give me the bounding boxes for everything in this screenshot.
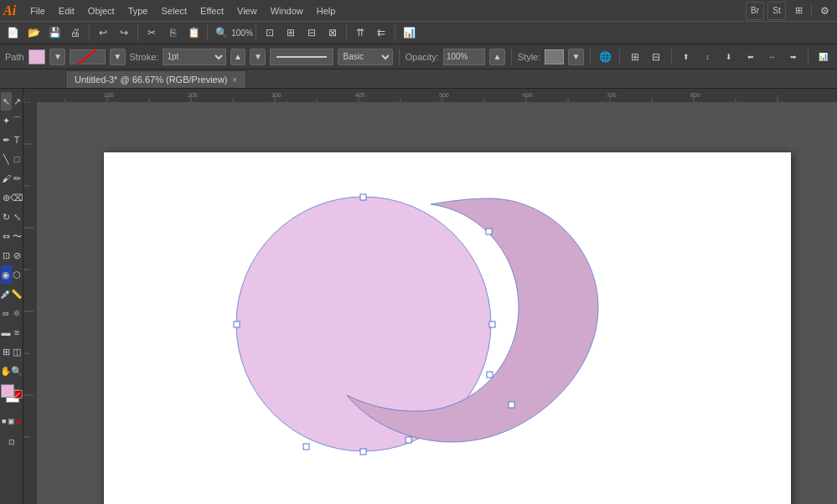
bar-graph-tool[interactable]: ≡ (12, 323, 23, 342)
handle-bottom[interactable] (360, 449, 366, 455)
graph-type-icon[interactable]: 📊 (814, 48, 832, 66)
direct-selection-tool[interactable]: ↗ (12, 92, 23, 111)
open-doc-icon[interactable]: 📂 (24, 23, 43, 42)
align-vcenter-icon[interactable]: ↕ (699, 48, 716, 66)
measure-tool[interactable]: 📏 (12, 285, 23, 303)
arrange-icon-3[interactable]: ⊟ (302, 23, 321, 42)
artboard-icon-1[interactable]: ⊞ (626, 48, 643, 66)
artboard-icon-2[interactable]: ⊟ (648, 48, 665, 66)
type-tool[interactable]: T (12, 131, 23, 149)
shapes-svg[interactable] (104, 152, 791, 504)
new-doc-icon[interactable]: 📄 (3, 23, 22, 42)
menu-select[interactable]: Select (155, 4, 193, 18)
handle-bottom-left[interactable] (303, 444, 309, 450)
scale-tool[interactable]: ⤡ (12, 208, 23, 226)
bridge-icon[interactable]: Br (746, 2, 764, 20)
column-graph-tool[interactable]: ▬ (1, 323, 12, 342)
symbol-tool[interactable]: ⚛ (12, 304, 23, 322)
line-tool[interactable]: ╲ (1, 150, 12, 168)
save-doc-icon[interactable]: 💾 (45, 23, 64, 42)
zoom-in-icon[interactable]: 100% (233, 23, 251, 42)
align-right-icon[interactable]: ➡ (785, 48, 803, 66)
eraser-tool[interactable]: ⌫ (12, 188, 23, 207)
graph-icon[interactable]: 📊 (400, 23, 418, 42)
warp-tool[interactable]: 〜 (12, 227, 23, 245)
arrange-icon-1[interactable]: ⊡ (261, 23, 279, 42)
none-color-box[interactable]: | (14, 390, 23, 399)
align-bottom-icon[interactable]: ⬇ (721, 48, 738, 66)
pen-tool[interactable]: ✒ (1, 131, 12, 149)
menu-file[interactable]: File (24, 4, 51, 18)
color-fg-box[interactable] (1, 384, 14, 398)
menu-window[interactable]: Window (265, 4, 309, 18)
cut-icon[interactable]: ✂ (142, 23, 161, 42)
opacity-up[interactable]: ▲ (489, 49, 505, 65)
arrange-icon-2[interactable]: ⊞ (282, 23, 300, 42)
free-transform-tool[interactable]: ⊡ (1, 246, 12, 265)
stroke-weight-select[interactable]: 1pt (163, 49, 225, 65)
menu-help[interactable]: Help (311, 4, 342, 18)
menu-view[interactable]: View (231, 4, 263, 18)
stroke-up[interactable]: ▲ (230, 49, 246, 65)
rotate-tool[interactable]: ↻ (1, 208, 12, 226)
align-icon-v[interactable]: ⇇ (372, 23, 390, 42)
handle-right[interactable] (489, 321, 495, 327)
tab-close-button[interactable]: × (232, 75, 237, 85)
paintbrush-tool[interactable]: 🖌 (1, 169, 12, 188)
settings-icon[interactable]: ⚙ (815, 2, 834, 20)
grid-icon[interactable]: ⊞ (789, 2, 808, 20)
style-dropdown[interactable]: ▼ (568, 49, 584, 65)
undo-icon[interactable]: ↩ (94, 23, 112, 42)
opacity-input[interactable] (443, 49, 485, 65)
menu-type[interactable]: Type (122, 4, 154, 18)
align-left-icon[interactable]: ⬅ (741, 48, 759, 66)
stroke-preview[interactable] (70, 49, 105, 64)
redo-icon[interactable]: ↪ (115, 23, 133, 42)
menu-edit[interactable]: Edit (53, 4, 80, 18)
slice-tool[interactable]: ◫ (12, 342, 23, 361)
selection-tool[interactable]: ↖ (1, 92, 12, 111)
paste-icon[interactable]: 📋 (184, 23, 203, 42)
app-logo: Ai (3, 3, 16, 18)
align-icon-h[interactable]: ⇈ (351, 23, 369, 42)
handle-crescent-bottom[interactable] (406, 437, 411, 443)
width-tool[interactable]: ⇔ (1, 227, 12, 245)
align-hcenter-icon[interactable]: ↔ (763, 48, 781, 66)
blend-tool[interactable]: ∞ (1, 304, 12, 322)
align-top-icon[interactable]: ⬆ (678, 48, 695, 66)
shape-builder-tool[interactable]: ◉ (1, 265, 12, 284)
lasso-tool[interactable]: ⌒ (12, 111, 23, 130)
stroke-style-select[interactable]: Basic (338, 49, 393, 65)
menu-effect[interactable]: Effect (194, 4, 230, 18)
eyedropper-tool[interactable]: 💉 (1, 285, 12, 303)
stroke-down[interactable]: ▼ (250, 49, 266, 65)
pencil-tool[interactable]: ✏ (12, 169, 23, 188)
handle-left[interactable] (234, 321, 240, 327)
handle-top[interactable] (360, 194, 366, 200)
document-tab[interactable]: Untitled-3* @ 66.67% (RGB/Preview) × (65, 70, 246, 88)
artboard-tool[interactable]: ⊞ (1, 342, 12, 361)
magic-wand-tool[interactable]: ✦ (1, 111, 12, 130)
menu-object[interactable]: Object (82, 4, 121, 18)
fill-color-swatch[interactable] (28, 49, 46, 64)
color-mode-icon[interactable]: ■ (1, 412, 8, 430)
zoom-out-icon[interactable]: 🔍 (212, 23, 230, 42)
fill-dropdown[interactable]: ▼ (49, 49, 65, 65)
stock-icon[interactable]: St (767, 2, 786, 20)
handle-crescent-right-mid[interactable] (487, 372, 493, 378)
no-fill-icon[interactable]: ⊘ (15, 412, 23, 430)
handle-crescent-bottom-right[interactable] (509, 402, 514, 408)
copy-icon[interactable]: ⎘ (163, 23, 182, 42)
stroke-dropdown[interactable]: ▼ (110, 49, 126, 65)
live-paint-tool[interactable]: ⬡ (12, 265, 23, 284)
hand-tool[interactable]: ✋ (1, 362, 12, 380)
zoom-tool[interactable]: 🔍 (12, 362, 23, 380)
change-screen-icon[interactable]: ⊡ (7, 433, 17, 451)
puppet-warp-tool[interactable]: ⊘ (12, 246, 23, 265)
arrange-icon-4[interactable]: ⊠ (323, 23, 342, 42)
rect-tool[interactable]: □ (12, 150, 23, 168)
print-icon[interactable]: 🖨 (66, 23, 85, 42)
transparency-grid-icon[interactable]: 🌐 (597, 48, 614, 66)
gradient-icon[interactable]: ▣ (8, 412, 15, 430)
handle-top-right[interactable] (486, 229, 492, 234)
